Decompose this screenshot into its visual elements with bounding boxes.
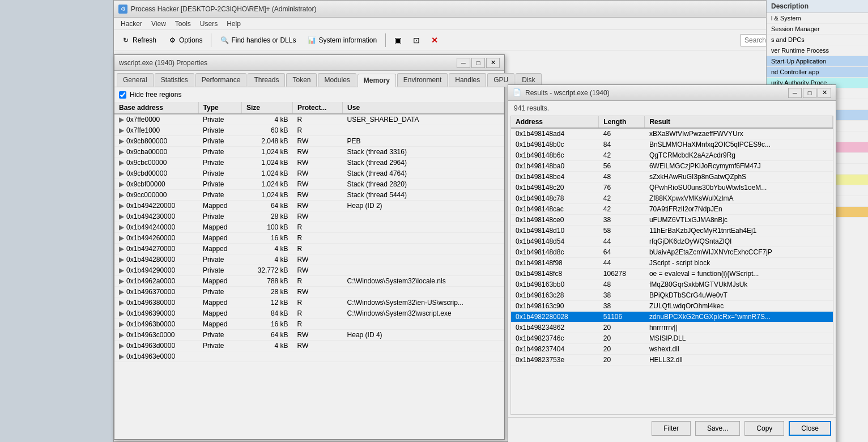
table-row[interactable]: ▶0x1b4963b0000 Mapped 16 kB R xyxy=(114,319,504,330)
table-row[interactable]: ▶0x7ffe0000 Private 4 kB R USER_SHARED_D… xyxy=(114,114,504,125)
cell-prot: R xyxy=(293,319,343,330)
process-item[interactable]: s and DPCs xyxy=(767,35,868,45)
table-row[interactable]: ▶0x9cbc00000 Private 1,024 kB RW Stack (… xyxy=(114,158,504,168)
table-row[interactable]: ▶0x7ffe1000 Private 60 kB R xyxy=(114,125,504,136)
props-minimize-btn[interactable]: ─ xyxy=(457,58,470,68)
list-item[interactable]: 0x1b498148d54 44 rfqGjDK6dzOyWQSntaZlQI xyxy=(511,236,833,247)
tab-general[interactable]: General xyxy=(117,73,154,87)
table-row[interactable]: ▶0x1b494260000 Mapped 16 kB R xyxy=(114,233,504,244)
table-row[interactable]: ▶0x1b494290000 Private 32,772 kB RW xyxy=(114,265,504,276)
result-val: BPiQkDTbSCrG4uWe0vT xyxy=(645,290,833,301)
cell-type: Private xyxy=(198,147,241,158)
result-col-result[interactable]: Result xyxy=(645,116,833,128)
table-row[interactable]: ▶0x9cba00000 Private 1,024 kB RW Stack (… xyxy=(114,147,504,158)
list-item[interactable]: 0x1b498237404 20 wshext.dll xyxy=(511,344,833,355)
col-protect[interactable]: Protect... xyxy=(293,102,343,114)
col-base-addr[interactable]: Base address xyxy=(114,102,198,114)
tab-memory[interactable]: Memory xyxy=(358,74,396,87)
table-row[interactable]: ▶0x1b494230000 Private 28 kB RW xyxy=(114,211,504,222)
list-item[interactable]: 0x1b49823746c 20 MSISIP.DLL xyxy=(511,333,833,344)
menu-view[interactable]: View xyxy=(147,19,171,29)
close-toolbar-btn[interactable]: ✕ xyxy=(426,32,443,48)
list-item[interactable]: 0x1b498148ce0 38 uFUMZ6VTLxGJMA8nBjc xyxy=(511,215,833,226)
table-row[interactable]: ▶0x1b496390000 Mapped 84 kB R C:\Windows… xyxy=(114,308,504,319)
cell-prot: R xyxy=(293,125,343,136)
copy-button[interactable]: Copy xyxy=(744,421,784,436)
list-item[interactable]: 0x1b4982280028 51106 zdnuBPCXkG2nCGXpIcR… xyxy=(511,312,833,322)
result-col-length[interactable]: Length xyxy=(599,116,645,128)
list-item[interactable]: 0x1b498148c20 76 QPwhRioSU0uns30bYbuWtwI… xyxy=(511,182,833,193)
table-row[interactable]: ▶0x1b494280000 Private 4 kB RW xyxy=(114,254,504,265)
results-maximize-btn[interactable]: □ xyxy=(803,88,816,98)
tab-token[interactable]: Token xyxy=(286,73,317,87)
tab-performance[interactable]: Performance xyxy=(195,73,247,87)
menu-users[interactable]: Users xyxy=(195,19,222,29)
system-info-button[interactable]: 📊 System information xyxy=(302,32,382,48)
list-item[interactable]: 0x1b498148b6c 42 QgTCRMcbdK2aAzAcdr9Rg xyxy=(511,150,833,161)
results-minimize-btn[interactable]: ─ xyxy=(788,88,802,98)
table-row[interactable]: ▶0x9cb800000 Private 2,048 kB RW PEB xyxy=(114,136,504,147)
list-item[interactable]: 0x1b498148fc8 106278 oe = evaleval = fun… xyxy=(511,269,833,279)
list-item[interactable]: 0x1b498148c78 42 Zf88KXpwxVMKsWulXzlmA xyxy=(511,193,833,204)
list-item[interactable]: 0x1b498148be4 48 sZxkHAwRuGI3p8nGatwQZph… xyxy=(511,172,833,182)
find-handles-button[interactable]: 🔍 Find handles or DLLs xyxy=(215,32,301,48)
options-button[interactable]: ⚙ Options xyxy=(163,32,207,48)
list-item[interactable]: 0x1b49823753e 20 HELL32.dll xyxy=(511,355,833,366)
process-item[interactable]: nd Controller app xyxy=(767,67,868,78)
list-item[interactable]: 0x1b498163bb0 48 fMqZ80GqrSxkbMGTVUkMJsU… xyxy=(511,279,833,290)
process-item[interactable]: Session Manager xyxy=(767,24,868,35)
table-row[interactable]: ▶0x1b4963d0000 Private 4 kB RW xyxy=(114,341,504,351)
col-type[interactable]: Type xyxy=(198,102,241,114)
result-val: 70A9tiFRzlI2or7NdpJEn xyxy=(645,204,833,215)
table-row[interactable]: ▶0x1b496380000 Mapped 12 kB R C:\Windows… xyxy=(114,298,504,308)
list-item[interactable]: 0x1b498163c90 38 ZULQfLwdqOrOhml4kec xyxy=(511,301,833,312)
tab-statistics[interactable]: Statistics xyxy=(155,73,194,87)
list-item[interactable]: 0x1b498148ba0 56 6WEiLMGCzjPKiJoRcymymf6… xyxy=(511,161,833,172)
props-close-btn[interactable]: ✕ xyxy=(486,58,500,68)
col-size[interactable]: Size xyxy=(241,102,292,114)
results-close-btn[interactable]: ✕ xyxy=(818,88,831,98)
table-row[interactable]: ▶0x1b496370000 Private 28 kB RW xyxy=(114,287,504,298)
memory-table-wrapper[interactable]: Base address Type Size Protect... Use ▶0… xyxy=(114,102,504,435)
table-row[interactable]: ▶0x9cbd00000 Private 1,024 kB RW Stack (… xyxy=(114,168,504,179)
menu-help[interactable]: Help xyxy=(222,19,245,29)
save-button[interactable]: Save... xyxy=(695,421,740,436)
cell-size xyxy=(241,351,292,362)
process-item[interactable]: Start-Up Application xyxy=(767,56,868,67)
table-row[interactable]: ▶0x1b4963e0000 xyxy=(114,351,504,362)
list-item[interactable]: 0x1b498148d10 58 11hErBaKzbJQecMyR1tnrtE… xyxy=(511,226,833,236)
list-item[interactable]: 0x1b498148f98 44 JScript - script block xyxy=(511,258,833,269)
process-item[interactable]: ver Runtime Process xyxy=(767,45,868,56)
filter-button[interactable]: Filter xyxy=(652,421,691,436)
table-row[interactable]: ▶0x9cc000000 Private 1,024 kB RW Stack (… xyxy=(114,190,504,201)
window-btn-1[interactable]: ▣ xyxy=(389,32,407,48)
tab-threads[interactable]: Threads xyxy=(248,73,285,87)
props-maximize-btn[interactable]: □ xyxy=(471,58,485,68)
process-item[interactable]: l & System xyxy=(767,13,868,24)
window-btn-2[interactable]: ⊡ xyxy=(408,32,425,48)
menu-hacker[interactable]: Hacker xyxy=(116,19,147,29)
table-row[interactable]: ▶0x9cbf00000 Private 1,024 kB RW Stack (… xyxy=(114,179,504,190)
list-item[interactable]: 0x1b498148b0c 84 BnSLMMOHaXMnfxq2OIC5qlP… xyxy=(511,139,833,150)
tab-modules[interactable]: Modules xyxy=(318,73,356,87)
table-row[interactable]: ▶0x1b494220000 Mapped 64 kB RW Heap (ID … xyxy=(114,201,504,211)
table-row[interactable]: ▶0x1b494270000 Mapped 4 kB R xyxy=(114,244,504,254)
list-item[interactable]: 0x1b498163c28 38 BPiQkDTbSCrG4uWe0vT xyxy=(511,290,833,301)
results-table-wrapper[interactable]: Address Length Result 0x1b498148ad4 46 x… xyxy=(510,116,833,415)
list-item[interactable]: 0x1b498148cac 42 70A9tiFRzlI2or7NdpJEn xyxy=(511,204,833,215)
menu-tools[interactable]: Tools xyxy=(171,19,195,29)
list-item[interactable]: 0x1b498234862 20 hnrrrrrrv|| xyxy=(511,322,833,333)
tab-environment[interactable]: Environment xyxy=(397,73,448,87)
table-row[interactable]: ▶0x1b494240000 Mapped 100 kB R xyxy=(114,222,504,233)
table-row[interactable]: ▶0x1b4963c0000 Private 64 kB RW Heap (ID… xyxy=(114,330,504,341)
list-item[interactable]: 0x1b498148d8c 64 bUaivAp2EtaZcmWIJXNVrcE… xyxy=(511,247,833,258)
hide-free-checkbox[interactable] xyxy=(119,91,126,99)
list-item[interactable]: 0x1b498148ad4 46 xBXa8WfVIwPwzaeffFWVYUr… xyxy=(511,128,833,139)
table-row[interactable]: ▶0x1b4962a0000 Mapped 788 kB R C:\Window… xyxy=(114,276,504,287)
col-use[interactable]: Use xyxy=(343,102,504,114)
close-results-button[interactable]: Close xyxy=(789,421,831,436)
tab-handles[interactable]: Handles xyxy=(449,73,486,87)
result-addr: 0x1b498148b6c xyxy=(511,150,599,161)
result-col-address[interactable]: Address xyxy=(511,116,599,128)
refresh-button[interactable]: ↻ Refresh xyxy=(116,32,161,48)
